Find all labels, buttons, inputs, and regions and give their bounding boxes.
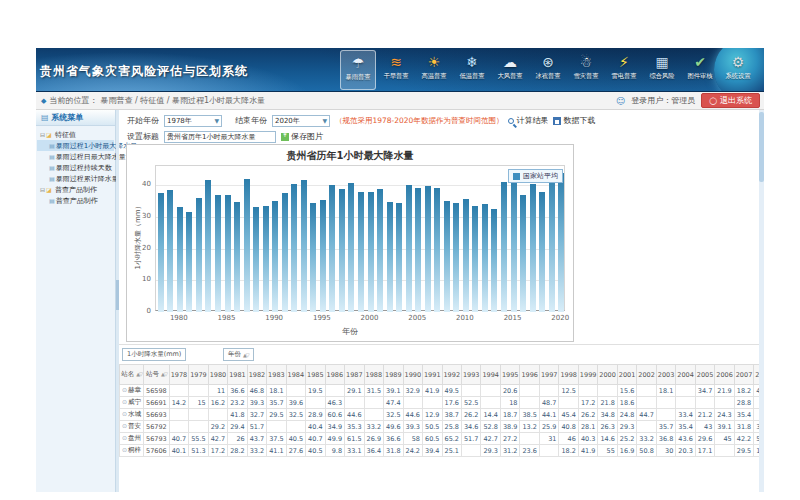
x-axis-label: 年份: [127, 326, 573, 337]
sort-icons[interactable]: ▲▽: [243, 352, 249, 358]
station-radio-icon[interactable]: ⊙: [122, 386, 127, 393]
table-cell: 36.4: [364, 445, 383, 457]
column-header[interactable]: 站名 ▲▽: [120, 365, 144, 385]
nav-label: 综合风险: [649, 72, 674, 81]
bar: [263, 206, 269, 312]
year-column-header: 1997: [539, 365, 558, 385]
collapse-icon[interactable]: ⊟: [40, 186, 45, 193]
chart-title: 贵州省历年1小时最大降水量: [127, 149, 573, 163]
sort-icons[interactable]: ▲▽: [161, 371, 167, 377]
table-cell: 18: [500, 397, 519, 409]
bar: [472, 206, 478, 312]
sidebar-group[interactable]: ⊟◪ 普查产品制作: [37, 184, 114, 195]
drought-icon: ≋: [390, 53, 402, 71]
nav-high-temperature[interactable]: ☀高温普查: [416, 50, 452, 90]
table-cell: 14.4: [481, 409, 500, 421]
table-cell: 35.7: [656, 421, 675, 433]
table-cell: 33.4: [676, 409, 695, 421]
station-radio-icon[interactable]: ⊙: [122, 434, 127, 441]
table-cell: 17.1: [695, 445, 714, 457]
table-cell: [715, 397, 734, 409]
nav-hail[interactable]: ⊛冰雹普查: [530, 50, 566, 90]
sidebar-item[interactable]: ▤暴雨过程累计降水量: [37, 173, 114, 184]
end-year-select[interactable]: 2020年 ▼: [272, 115, 330, 127]
sidebar-title: ▤ 系统菜单: [36, 110, 115, 126]
table-cell: 46.3: [325, 397, 344, 409]
main-panel: 开始年份 1978年 ▼ 结束年份 2020年 ▼ （规范采用1978-2020…: [119, 110, 759, 492]
high-temperature-icon: ☀: [428, 53, 441, 71]
table-cell: 34.6: [461, 421, 480, 433]
nav-drought[interactable]: ≋干旱普查: [378, 50, 414, 90]
year-column-header: 1987: [345, 365, 364, 385]
table-cell: [208, 409, 227, 421]
chart-title-input[interactable]: [164, 131, 276, 143]
nav-rainstorm[interactable]: ☂暴雨普查: [340, 50, 376, 90]
start-year-select[interactable]: 1978年 ▼: [164, 115, 222, 127]
bar: [501, 182, 507, 312]
scrollbar-thumb[interactable]: [759, 112, 764, 182]
table-cell: 16.9: [617, 445, 636, 457]
table-cell: 40.4: [306, 421, 325, 433]
year-column-header: 2000: [598, 365, 617, 385]
table-cell: [345, 397, 364, 409]
nav-map-review[interactable]: ✔图件审核: [682, 50, 718, 90]
chevron-down-icon: ▼: [214, 117, 219, 124]
table-cell: 28.1: [578, 421, 597, 433]
sidebar-item-label: 暴雨过程持续天数: [56, 164, 112, 172]
nav-strong-wind[interactable]: ☁大风普查: [492, 50, 528, 90]
bar: [425, 186, 431, 312]
station-id-cell: 56793: [144, 433, 170, 445]
table-row: ⊙桐梓5760640.151.317.228.233.241.127.640.5…: [120, 445, 760, 457]
breadcrumb[interactable]: 暴雨普查 / 特征值 / 暴雨过程1小时最大降水量: [100, 95, 265, 106]
nav-low-temperature[interactable]: ❄低温普查: [454, 50, 490, 90]
year-pivot-box[interactable]: 年份 ▲▽: [223, 348, 254, 361]
nav-comprehensive-risk[interactable]: ▦综合风险: [644, 50, 680, 90]
table-cell: 40.7: [169, 433, 188, 445]
station-id-cell: 56693: [144, 409, 170, 421]
measure-filter-box[interactable]: 1小时降水量(mm): [122, 348, 186, 361]
column-header[interactable]: 站号 ▲▽: [144, 365, 170, 385]
table-cell: [695, 397, 714, 409]
collapse-icon[interactable]: ⊟: [40, 131, 45, 138]
sidebar-item[interactable]: ▤暴雨过程1小时最大降水量: [37, 140, 114, 151]
download-button[interactable]: 数据下载: [553, 115, 595, 126]
table-cell: 9.8: [325, 445, 344, 457]
chart-legend: 国家站平均: [508, 169, 563, 183]
nav-snow-disaster[interactable]: ☃雪灾普查: [568, 50, 604, 90]
bar: [377, 189, 383, 312]
sidebar-group[interactable]: ⊟◪ 特征值: [37, 129, 114, 140]
vertical-scrollbar[interactable]: [759, 110, 764, 492]
year-pivot-label: 年份: [228, 350, 241, 359]
save-image-button[interactable]: 保存图片: [281, 131, 323, 142]
bar: [215, 195, 221, 312]
bar: [339, 189, 345, 312]
station-radio-icon[interactable]: ⊙: [122, 410, 127, 417]
sidebar-item[interactable]: ▤暴雨过程持续天数: [37, 162, 114, 173]
comprehensive-risk-icon: ▦: [655, 53, 668, 71]
station-radio-icon[interactable]: ⊙: [122, 446, 127, 453]
station-radio-icon[interactable]: ⊙: [122, 398, 127, 405]
data-table-block: 1小时降水量(mm) 年份 ▲▽ 站名 ▲▽站号 ▲▽1978197919801…: [119, 344, 759, 492]
nav-system-settings[interactable]: ⚙系统设置: [720, 50, 756, 90]
table-cell: 17.6: [442, 397, 461, 409]
sidebar-item[interactable]: ▤暴雨过程日最大降水量: [37, 151, 114, 162]
table-cell: [325, 385, 344, 397]
station-radio-icon[interactable]: ⊙: [122, 422, 127, 429]
bar: [272, 201, 278, 312]
bar: [348, 183, 354, 312]
station-name-cell: ⊙赫章: [120, 385, 144, 397]
location-marker-icon: ◆: [41, 97, 46, 105]
table-cell: 18.1: [656, 385, 675, 397]
year-column-header: 2002: [637, 365, 656, 385]
table-cell: 33.2: [364, 421, 383, 433]
nav-lightning[interactable]: ⚡雷电普查: [606, 50, 642, 90]
legend-swatch: [513, 173, 520, 180]
sort-icons[interactable]: ▲▽: [136, 371, 142, 377]
table-cell: 43: [695, 421, 714, 433]
calculate-button[interactable]: 计算结果: [508, 115, 548, 126]
station-name: 盘州: [128, 434, 141, 442]
table-cell: 31: [539, 433, 558, 445]
table-cell: [715, 445, 734, 457]
sidebar-item[interactable]: ▤普查产品制作: [37, 195, 114, 206]
logout-button[interactable]: ◯ 退出系统: [701, 93, 760, 108]
